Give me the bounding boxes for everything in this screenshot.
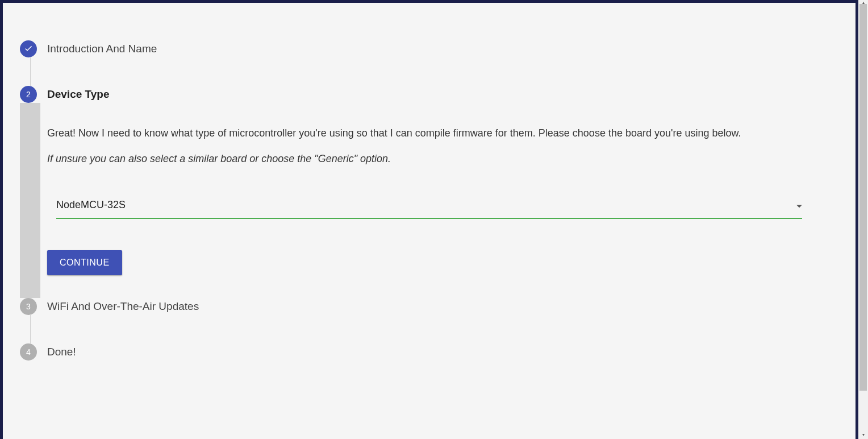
check-icon bbox=[24, 44, 33, 55]
scrollbar-thumb[interactable] bbox=[859, 4, 867, 391]
scroll-down-icon[interactable]: ▾ bbox=[859, 431, 867, 439]
step-wifi-ota: 3 WiFi And Over-The-Air Updates bbox=[20, 298, 838, 315]
wizard-container: Introduction And Name 2 Device Type Grea… bbox=[3, 3, 856, 439]
scroll-up-icon[interactable]: ▴ bbox=[859, 0, 867, 4]
step-introduction: Introduction And Name bbox=[20, 20, 838, 57]
step-indicator-wifi[interactable]: 3 bbox=[20, 298, 37, 315]
step-device-type-body: Great! Now I need to know what type of m… bbox=[20, 103, 838, 298]
step-indicator-completed[interactable] bbox=[20, 40, 37, 57]
window-frame: ▴ ▾ Introduction And Name bbox=[0, 0, 868, 439]
board-select-value: NodeMCU-32S bbox=[56, 192, 802, 218]
board-select[interactable]: NodeMCU-32S bbox=[47, 192, 811, 219]
step-label-done[interactable]: Done! bbox=[47, 343, 76, 361]
select-underline bbox=[56, 218, 802, 219]
step-device-type: 2 Device Type bbox=[20, 86, 838, 103]
step-label-device-type[interactable]: Device Type bbox=[47, 86, 109, 103]
step-label-introduction[interactable]: Introduction And Name bbox=[47, 40, 157, 57]
step-number: 2 bbox=[26, 90, 31, 99]
step-indicator-done[interactable]: 4 bbox=[20, 343, 37, 361]
step-number: 4 bbox=[26, 347, 31, 357]
continue-button[interactable]: CONTINUE bbox=[47, 250, 122, 275]
scrollbar-track[interactable]: ▴ ▾ bbox=[858, 0, 868, 439]
dropdown-arrow-icon bbox=[796, 200, 802, 210]
step-done: 4 Done! bbox=[20, 343, 838, 361]
stepper: Introduction And Name 2 Device Type Grea… bbox=[20, 20, 838, 361]
step-label-wifi-ota[interactable]: WiFi And Over-The-Air Updates bbox=[47, 298, 199, 315]
device-type-description: Great! Now I need to know what type of m… bbox=[47, 126, 811, 141]
step-connector-3-4 bbox=[20, 315, 838, 343]
device-type-hint: If unsure you can also select a similar … bbox=[47, 151, 811, 167]
step-connector-1-2 bbox=[20, 57, 838, 86]
step-indicator-active[interactable]: 2 bbox=[20, 86, 37, 103]
step-number: 3 bbox=[26, 302, 31, 311]
